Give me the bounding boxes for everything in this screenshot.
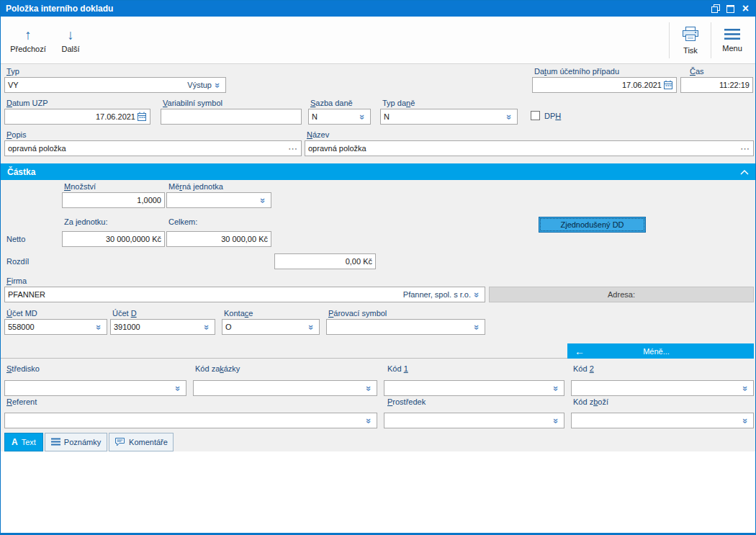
castka-title: Částka bbox=[7, 167, 740, 177]
merna-jednotka-label: Měrná jednotka bbox=[168, 182, 223, 192]
datum-uzp-field[interactable]: 17.06.2021 bbox=[4, 109, 150, 125]
popis-field[interactable]: opravná položka ⋯ bbox=[4, 140, 302, 156]
text-tab-panel: implicitní ▾ Prostý text ▾ ✎ ▲ ▼ bbox=[1, 451, 755, 533]
ucet-d-field[interactable]: 391000 » bbox=[110, 319, 215, 335]
dropdown-icon[interactable]: » bbox=[174, 384, 183, 393]
popis-value: opravná položka bbox=[8, 144, 66, 153]
typ-dane-field[interactable]: N » bbox=[380, 109, 518, 125]
typ-dane-value: N bbox=[384, 112, 390, 121]
printer-icon bbox=[681, 26, 700, 44]
sazba-dane-field[interactable]: N » bbox=[308, 109, 371, 125]
print-button[interactable]: Tisk bbox=[673, 19, 708, 61]
left-arrow-icon: ← bbox=[575, 346, 585, 357]
tab-text[interactable]: A Text bbox=[4, 433, 43, 451]
parovaci-symbol-label: Párovací symbol bbox=[328, 309, 387, 318]
netto-celkem-field[interactable]: 30 000,00 Kč bbox=[166, 231, 271, 247]
kod-2-label: Kód 2 bbox=[573, 364, 594, 374]
dropdown-icon[interactable]: » bbox=[472, 323, 482, 332]
previous-button[interactable]: ↑ Předchozí bbox=[5, 19, 51, 61]
dropdown-icon[interactable]: » bbox=[472, 290, 482, 300]
sazba-dane-value: N bbox=[312, 112, 318, 121]
text-icon: A bbox=[12, 437, 18, 447]
ucet-d-value: 391000 bbox=[114, 323, 140, 331]
datum-uzp-value: 17.06.2021 bbox=[96, 112, 135, 121]
dropdown-icon[interactable]: » bbox=[364, 416, 374, 426]
typ-display: Výstup bbox=[187, 81, 212, 89]
calendar-icon[interactable] bbox=[663, 80, 673, 90]
tab-komentare[interactable]: Komentáře bbox=[109, 433, 174, 451]
rozdil-field[interactable]: 0,00 Kč bbox=[274, 253, 376, 269]
ellipsis-icon[interactable]: ⋯ bbox=[288, 143, 298, 154]
close-icon[interactable]: × bbox=[738, 3, 753, 15]
dropdown-icon[interactable]: » bbox=[741, 416, 750, 426]
arrow-up-icon: ↑ bbox=[24, 28, 32, 42]
zjednoduseny-dd-label: Zjednodušený DD bbox=[560, 220, 624, 229]
typ-field[interactable]: VY Výstup » bbox=[4, 77, 226, 93]
speech-bubble-icon bbox=[114, 437, 125, 448]
mnozstvi-field[interactable]: 1,0000 bbox=[62, 192, 165, 208]
datum-ucetniho-pripadu-field[interactable]: 17.06.2021 bbox=[532, 77, 677, 93]
calendar-icon[interactable] bbox=[137, 112, 147, 122]
dropdown-icon[interactable]: » bbox=[552, 416, 561, 426]
referent-label: Referent bbox=[6, 397, 37, 407]
dropdown-icon[interactable]: » bbox=[358, 112, 367, 122]
dropdown-icon[interactable]: » bbox=[307, 323, 316, 332]
kod-1-label: Kód 1 bbox=[387, 364, 408, 374]
ucet-md-field[interactable]: 558000 » bbox=[4, 319, 107, 335]
zjednoduseny-dd-button[interactable]: Zjednodušený DD bbox=[539, 217, 646, 233]
dropdown-icon[interactable]: » bbox=[213, 81, 222, 90]
castka-section-header[interactable]: Částka bbox=[1, 163, 755, 180]
datum-ucetniho-pripadu-value: 17.06.2021 bbox=[622, 81, 662, 89]
nazev-field[interactable]: opravná položka ⋯ bbox=[305, 140, 754, 156]
cas-field[interactable]: 11:22:19 bbox=[680, 77, 753, 93]
hamburger-icon bbox=[724, 28, 741, 42]
prostredek-field[interactable]: » bbox=[384, 413, 564, 428]
menu-button[interactable]: Menu bbox=[714, 19, 751, 61]
dropdown-icon[interactable]: » bbox=[364, 384, 374, 393]
dropdown-icon[interactable]: » bbox=[258, 196, 268, 205]
kod-zbozi-label: Kód zboží bbox=[573, 397, 608, 407]
toolbar-separator bbox=[711, 22, 711, 58]
adresa-label: Adresa: bbox=[608, 290, 635, 299]
kod-zbozi-field[interactable]: » bbox=[571, 413, 754, 428]
tab-text-label: Text bbox=[22, 438, 36, 446]
dropdown-icon[interactable]: » bbox=[552, 384, 561, 393]
referent-field[interactable]: » bbox=[4, 413, 377, 428]
typ-value: VY bbox=[8, 81, 19, 89]
kod-zakazky-field[interactable]: » bbox=[193, 380, 377, 396]
maximize-icon[interactable] bbox=[723, 3, 738, 15]
ucet-md-label: Účet MD bbox=[6, 309, 37, 318]
dropdown-icon[interactable]: » bbox=[505, 112, 514, 122]
mene-button[interactable]: ← Méně... bbox=[567, 343, 754, 359]
titlebar[interactable]: Položka interního dokladu × bbox=[1, 1, 755, 17]
datum-uzp-label: Datum UZP bbox=[6, 99, 48, 108]
dropdown-icon[interactable]: » bbox=[741, 384, 750, 393]
variabilni-symbol-field[interactable] bbox=[161, 109, 302, 125]
parovaci-symbol-field[interactable]: » bbox=[326, 319, 485, 335]
netto-za-jednotku-field[interactable]: 30 000,0000 Kč bbox=[62, 231, 165, 247]
kontace-field[interactable]: O » bbox=[222, 319, 320, 335]
popis-label: Popis bbox=[6, 130, 27, 140]
chevron-up-icon[interactable] bbox=[740, 168, 749, 176]
previous-label: Předchozí bbox=[10, 45, 46, 53]
rozdil-label: Rozdíl bbox=[6, 257, 29, 266]
merna-jednotka-field[interactable]: » bbox=[166, 192, 271, 208]
dph-checkbox[interactable] bbox=[531, 111, 540, 120]
kod-2-field[interactable]: » bbox=[571, 380, 754, 396]
next-button[interactable]: ↓ Další bbox=[54, 19, 87, 61]
restore-icon[interactable] bbox=[708, 3, 723, 15]
tab-poznamky[interactable]: Poznámky bbox=[45, 433, 107, 451]
stredisko-field[interactable]: » bbox=[4, 380, 186, 396]
notes-icon bbox=[51, 438, 60, 447]
ellipsis-icon[interactable]: ⋯ bbox=[740, 143, 750, 154]
firma-field[interactable]: PFANNER Pfanner, spol. s r.o. » bbox=[4, 287, 485, 302]
sazba-dane-label: Sazba daně bbox=[310, 99, 353, 108]
celkem-label: Celkem: bbox=[168, 217, 197, 227]
dropdown-icon[interactable]: » bbox=[202, 323, 212, 332]
divider-line bbox=[1, 358, 567, 359]
dropdown-icon[interactable]: » bbox=[94, 323, 104, 332]
kod-1-field[interactable]: » bbox=[384, 380, 564, 396]
adresa-button[interactable]: Adresa: bbox=[489, 287, 754, 302]
kontace-label: Kontace bbox=[224, 309, 253, 318]
typ-label: Typ bbox=[6, 67, 19, 76]
